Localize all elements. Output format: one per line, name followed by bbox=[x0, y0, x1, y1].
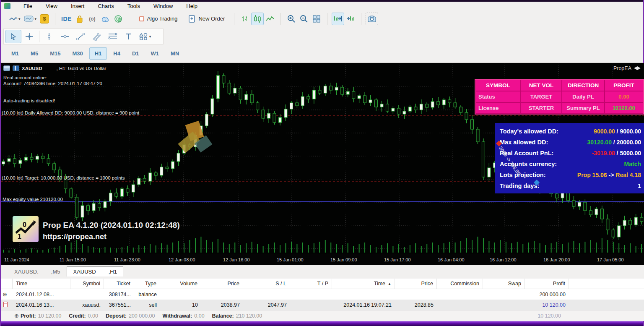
depth-of-market-icon[interactable] bbox=[3, 65, 10, 71]
toolbar-separator bbox=[39, 31, 39, 42]
tile-windows-button[interactable] bbox=[310, 13, 323, 25]
info-row: Accounts currency:Match bbox=[500, 159, 641, 170]
vertical-line-tool-button[interactable] bbox=[41, 30, 57, 43]
account-info-line: Account: 74084396 time: 2024.01.17 08:47… bbox=[3, 81, 102, 86]
chart-preview-icon bbox=[24, 15, 34, 23]
menu-item-help[interactable]: Help bbox=[180, 2, 204, 10]
table-row[interactable]: 2024.01.16 13...xauusd.367551...sell1020… bbox=[1, 300, 644, 310]
column-header[interactable]: Price bbox=[395, 279, 437, 289]
timeframe-h1[interactable]: H1 bbox=[89, 47, 107, 60]
crosshair-tool-button[interactable] bbox=[21, 30, 37, 43]
summary-value: 0.00 bbox=[88, 313, 98, 319]
bar-chart-mode-button[interactable] bbox=[239, 13, 251, 25]
column-header[interactable]: Profit bbox=[525, 279, 569, 289]
zoom-in-icon bbox=[287, 15, 296, 23]
menu-item-window[interactable]: Window bbox=[147, 2, 179, 10]
column-header[interactable]: Symbol bbox=[70, 279, 104, 289]
market-watch-button[interactable]: $ bbox=[38, 13, 51, 25]
balance-icon: ⊕ bbox=[3, 291, 7, 297]
table-cell: 10 bbox=[160, 302, 201, 308]
candlestick-mode-button[interactable] bbox=[251, 13, 264, 25]
column-header[interactable]: Volume bbox=[160, 279, 201, 289]
algo-trading-button[interactable]: Algo Trading bbox=[133, 13, 184, 25]
history-table: TimeSymbolTicketTypeVolumePriceS / LT / … bbox=[1, 279, 644, 310]
horizontal-line-tool-button[interactable] bbox=[57, 30, 73, 43]
screenshot-button[interactable] bbox=[366, 13, 378, 25]
menu-item-file[interactable]: File bbox=[17, 2, 39, 10]
svg-text:0: 0 bbox=[23, 221, 26, 228]
signals-button[interactable]: (o) bbox=[86, 13, 99, 25]
table-row[interactable]: ⊕2024.01.12 08...308174...balance200 000… bbox=[1, 289, 644, 300]
expand-icon[interactable]: ⊕ bbox=[14, 313, 19, 319]
table-header-row: TimeSymbolTicketTypeVolumePriceS / LT / … bbox=[1, 279, 644, 289]
timeframe-m15[interactable]: M15 bbox=[44, 47, 66, 60]
zoom-in-button[interactable] bbox=[285, 13, 298, 25]
timeframe-m1[interactable]: M1 bbox=[6, 47, 24, 60]
fibonacci-tool-button[interactable] bbox=[105, 30, 121, 43]
channel-tool-button[interactable] bbox=[89, 30, 105, 43]
column-header[interactable]: T / P bbox=[290, 279, 332, 289]
summary-value: 200 000.00 bbox=[129, 313, 155, 319]
vertical-line-icon bbox=[46, 32, 52, 41]
line-chart-mode-button[interactable] bbox=[264, 13, 276, 25]
shapes-tool-button[interactable]: ▾ bbox=[137, 30, 153, 43]
time-axis[interactable]: 11 Jan 202411 Jan 15:0011 Jan 23:0012 Ja… bbox=[1, 254, 644, 265]
metaeditor-ide-button[interactable]: IDE bbox=[60, 13, 73, 25]
chart-area[interactable]: XAUUSD , H1: Gold vs US Dollar PropEA Re… bbox=[1, 63, 644, 254]
zoom-out-button[interactable] bbox=[298, 13, 310, 25]
column-header[interactable]: Time bbox=[13, 279, 70, 289]
new-order-button[interactable]: New Order bbox=[184, 13, 230, 25]
propea-watermark-label: PropEA bbox=[613, 65, 631, 71]
timeframe-m30[interactable]: M30 bbox=[67, 47, 88, 60]
axis-tick-label: 12 Jan 16:00 bbox=[223, 257, 250, 262]
column-header[interactable]: Ticket bbox=[104, 279, 134, 289]
column-header[interactable]: Type bbox=[134, 279, 160, 289]
profit-sum-value: 10 120.00 bbox=[538, 313, 561, 319]
menu-item-view[interactable]: View bbox=[39, 2, 64, 10]
auto-scroll-button[interactable] bbox=[344, 13, 357, 25]
column-header[interactable]: Swap bbox=[483, 279, 525, 289]
table-cell: 2024.01.16 19:07:21 bbox=[332, 302, 395, 308]
one-click-trading-icon[interactable] bbox=[13, 65, 19, 71]
toolbar-separator bbox=[280, 13, 281, 25]
column-header[interactable]: S / L bbox=[243, 279, 290, 289]
shapes-icon bbox=[138, 32, 148, 41]
column-header[interactable]: Commission bbox=[437, 279, 483, 289]
max-equity-label: Max equity value 210120.00 bbox=[3, 197, 63, 202]
timeframe-mn[interactable]: MN bbox=[165, 47, 184, 60]
cloud-button[interactable] bbox=[99, 13, 112, 25]
fibonacci-icon bbox=[108, 33, 118, 40]
text-tool-button[interactable] bbox=[121, 30, 137, 43]
text-icon bbox=[125, 33, 132, 40]
channel-icon bbox=[92, 32, 101, 41]
timeframe-m5[interactable]: M5 bbox=[25, 47, 44, 60]
stats-header: NET VOL bbox=[521, 80, 562, 91]
horizontal-line-icon bbox=[60, 34, 70, 39]
chevron-down-icon: ▾ bbox=[149, 34, 151, 39]
deal-icon bbox=[3, 302, 8, 307]
table-cell: 308174... bbox=[104, 292, 134, 297]
menu-item-tools[interactable]: Tools bbox=[121, 2, 146, 10]
menu-item-insert[interactable]: Insert bbox=[65, 2, 91, 10]
cursor-tool-button[interactable] bbox=[5, 30, 21, 43]
column-header[interactable] bbox=[1, 279, 13, 289]
timeframe-h4[interactable]: H4 bbox=[108, 47, 126, 60]
column-header[interactable]: Time▲ bbox=[332, 279, 395, 289]
chart-profile-button[interactable]: ▾ bbox=[22, 13, 39, 25]
toolbar-separator bbox=[361, 13, 361, 25]
auto-scroll-icon bbox=[346, 15, 355, 23]
chart-shift-button[interactable] bbox=[332, 13, 344, 25]
timeframe-d1[interactable]: D1 bbox=[127, 47, 145, 60]
history-tab-xauusd[interactable]: XAUUSD,H1 bbox=[67, 266, 123, 276]
market-store-button[interactable] bbox=[73, 13, 86, 25]
menu-item-charts[interactable]: Charts bbox=[91, 2, 120, 10]
axis-tick-label: 16 Jan 04:00 bbox=[438, 257, 465, 262]
trendline-tool-button[interactable] bbox=[73, 30, 89, 43]
table-cell: 200 000.00 bbox=[525, 292, 569, 297]
column-header[interactable]: Price bbox=[201, 279, 243, 289]
community-button[interactable] bbox=[112, 13, 125, 25]
history-tab-xauusd[interactable]: XAUUSD.,M5 bbox=[8, 267, 66, 276]
zoom-out-icon bbox=[300, 15, 308, 23]
timeframe-w1[interactable]: W1 bbox=[145, 47, 165, 60]
chart-line-style-button[interactable]: ▾ bbox=[8, 13, 22, 25]
